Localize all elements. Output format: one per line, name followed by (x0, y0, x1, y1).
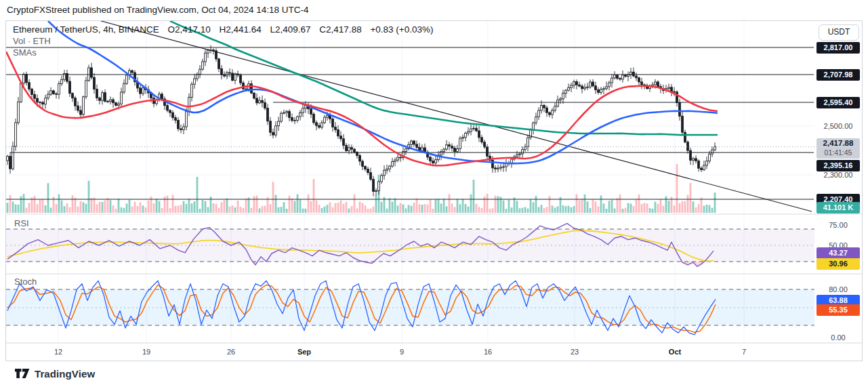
time-axis-label: 16 (484, 348, 492, 356)
tradingview-attribution[interactable]: TradingView (15, 366, 95, 381)
axis-label: 2,595.40 (817, 97, 860, 108)
ohlc-low: L2,409.67 (270, 24, 311, 35)
time-axis-label: 7 (742, 348, 746, 356)
currency-toggle-button[interactable]: USDT (819, 24, 859, 41)
tradingview-brand-text: TradingView (35, 368, 95, 380)
stoch-indicator-label[interactable]: Stoch (14, 277, 37, 287)
ohlc-open: O2,417.10 (168, 24, 211, 35)
sma-indicator-label[interactable]: SMAs (13, 47, 37, 58)
time-axis-label: Sep (297, 348, 311, 356)
attribution-banner: CryptoFXStreet published on TradingView.… (0, 0, 868, 20)
current-price-badge: 2,417.88 01:41:45 (817, 138, 860, 159)
axis-label: 2,500.00 (817, 121, 860, 132)
chart-canvas[interactable] (6, 21, 862, 361)
rsi-indicator-label[interactable]: RSI (14, 218, 29, 228)
axis-label: 2,817.00 (817, 42, 860, 54)
axis-label: 2,707.98 (817, 69, 860, 81)
ohlc-close: C2,417.88 (319, 24, 361, 35)
time-axis-label: 12 (54, 348, 62, 356)
ohlc-high: H2,441.64 (219, 24, 261, 35)
axis-label: 41.101 K (817, 202, 860, 213)
volume-indicator-label[interactable]: Vol · ETH (13, 36, 51, 46)
axis-label: 30.96 (817, 258, 860, 270)
time-axis-label: 23 (571, 348, 579, 356)
attribution-text: CryptoFXStreet published on TradingView.… (7, 5, 309, 15)
tradingview-logo-icon (15, 368, 30, 379)
axis-label: 43.27 (817, 247, 860, 259)
chart-frame: Ethereum / TetherUS, 4h, BINANCE O2,417.… (5, 20, 863, 361)
axis-label: 55.35 (817, 304, 860, 316)
time-axis[interactable]: 121926Sep91623Oct7 (6, 344, 862, 361)
bar-countdown: 01:41:45 (817, 148, 860, 157)
ohlc-legend: Ethereum / TetherUS, 4h, BINANCE O2,417.… (13, 24, 440, 35)
axis-label: 2,395.16 (817, 160, 860, 171)
current-price-value: 2,417.88 (817, 138, 860, 148)
axis-label: 0.00 (817, 332, 860, 344)
axis-label: 80.00 (817, 284, 860, 296)
time-axis-label: Oct (669, 348, 681, 356)
symbol-title[interactable]: Ethereum / TetherUS, 4h, BINANCE (13, 24, 159, 35)
price-change: +0.83 (+0.03%) (370, 24, 433, 35)
time-axis-label: 26 (227, 348, 235, 356)
axis-label: 75.00 (817, 220, 860, 231)
time-axis-label: 19 (142, 348, 150, 356)
time-axis-label: 9 (400, 348, 404, 356)
price-axis[interactable]: USDT 2,817.002,707.982,595.402,500.002,3… (814, 21, 862, 361)
